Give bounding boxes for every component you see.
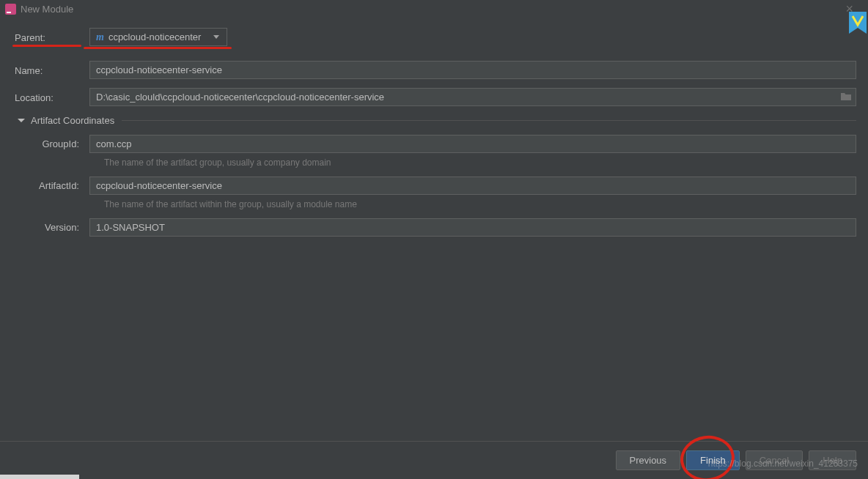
- groupid-row: GroupId:: [15, 135, 856, 153]
- parent-row: Parent: m ccpcloud-noticecenter: [15, 28, 856, 46]
- artifactid-label: ArtifactId:: [15, 180, 89, 191]
- artifactid-input[interactable]: [89, 177, 856, 195]
- version-input[interactable]: [89, 218, 856, 237]
- parent-dropdown-text: ccpcloud-noticecenter: [108, 31, 205, 42]
- location-input[interactable]: [89, 88, 856, 106]
- location-label: Location:: [15, 91, 89, 103]
- name-row: Name:: [15, 61, 856, 79]
- maven-icon: m: [96, 31, 104, 43]
- groupid-label: GroupId:: [15, 138, 89, 149]
- parent-label: Parent:: [15, 31, 89, 43]
- artifact-coordinates-toggle[interactable]: Artifact Coordinates: [15, 115, 856, 126]
- version-row: Version:: [15, 218, 856, 237]
- intellij-icon: [4, 3, 16, 15]
- artifact-coordinates-label: Artifact Coordinates: [31, 115, 114, 126]
- artifactid-row: ArtifactId:: [15, 177, 856, 195]
- annotation-underline: [84, 47, 232, 49]
- location-row: Location:: [15, 88, 856, 106]
- name-label: Name:: [15, 64, 89, 76]
- title-bar: New Module: [0, 0, 868, 18]
- version-label: Version:: [15, 222, 89, 233]
- groupid-input[interactable]: [89, 135, 856, 153]
- artifactid-hint: The name of the artifact within the grou…: [104, 199, 856, 209]
- chevron-down-icon: [213, 35, 219, 39]
- form-content: Parent: m ccpcloud-noticecenter Name: Lo…: [0, 18, 868, 237]
- parent-dropdown[interactable]: m ccpcloud-noticecenter: [89, 28, 227, 46]
- expand-caret-icon: [18, 119, 25, 122]
- previous-button[interactable]: Previous: [616, 450, 681, 470]
- svg-rect-1: [7, 12, 11, 13]
- watermark-text: https://blog.csdn.net/weixin_41263375: [708, 458, 858, 469]
- annotation-underline: [12, 45, 81, 47]
- browse-folder-icon[interactable]: [840, 92, 852, 103]
- divider: [122, 120, 856, 121]
- window-title: New Module: [21, 4, 73, 15]
- bottom-strip: [0, 475, 79, 479]
- groupid-hint: The name of the artifact group, usually …: [104, 157, 856, 168]
- name-input[interactable]: [89, 61, 856, 79]
